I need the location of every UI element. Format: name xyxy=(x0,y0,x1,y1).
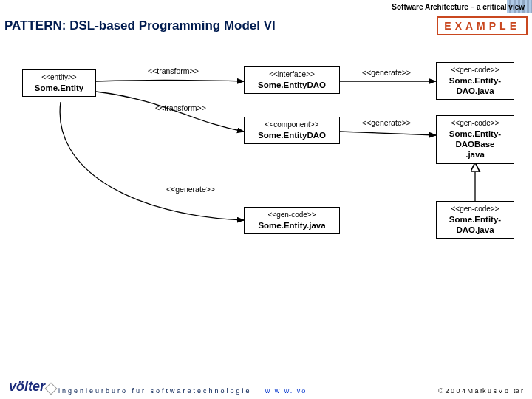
footer-url: w w w. vo xyxy=(265,387,307,395)
node-entity-java: <<gen-code>> Some.Entity.java xyxy=(244,207,340,234)
title-row: PATTERN: DSL-based Programming Model VI … xyxy=(4,16,528,35)
edge-label-transform-2: <<transform>> xyxy=(155,103,206,112)
footer-tagline: ingenieurbüro für softwaretechnologie xyxy=(58,387,252,395)
logo: völter xyxy=(9,379,45,395)
node-label: Some.EntityDAO xyxy=(249,80,335,90)
node-entity-dao-java-2: <<gen-code>> Some.Entity- DAO.java xyxy=(436,201,514,239)
node-label: Some.Entity- DAO.java xyxy=(441,75,509,97)
footer-copyright: © 2 0 0 4 M a rk u s V ö l te r xyxy=(438,387,523,395)
node-label: Some.Entity- DAO.java xyxy=(441,214,509,236)
node-entity-dao-java: <<gen-code>> Some.Entity- DAO.java xyxy=(436,62,514,100)
node-interface-dao: <<interface>> Some.EntityDAO xyxy=(244,66,340,94)
breadcrumb: Software Architecture – a critical view xyxy=(392,3,525,11)
node-stereo: <<entity>> xyxy=(27,73,91,83)
edge-label-generate-2: <<generate>> xyxy=(362,118,411,127)
node-component-dao: <<component>> Some.EntityDAO xyxy=(244,117,340,144)
node-stereo: <<gen-code>> xyxy=(441,66,509,75)
node-stereo: <<component>> xyxy=(249,120,335,130)
footer: völter ingenieurbüro für softwaretechnol… xyxy=(9,379,523,395)
node-stereo: <<gen-code>> xyxy=(441,205,509,214)
footer-left: völter ingenieurbüro für softwaretechnol… xyxy=(9,379,307,395)
diagram: <<entity>> Some.Entity <<interface>> Som… xyxy=(0,44,532,355)
example-badge: EXAMPLE xyxy=(437,16,528,35)
edge-label-generate-1: <<generate>> xyxy=(362,68,411,77)
node-stereo: <<gen-code>> xyxy=(249,211,335,220)
node-stereo: <<gen-code>> xyxy=(441,119,509,129)
node-label: Some.Entity- DAOBase .java xyxy=(441,129,509,160)
node-label: Some.EntityDAO xyxy=(249,130,335,140)
node-label: Some.Entity xyxy=(27,83,91,93)
node-label: Some.Entity.java xyxy=(249,220,335,231)
node-entity-dao-base: <<gen-code>> Some.Entity- DAOBase .java xyxy=(436,115,514,164)
edge-label-transform-1: <<transform>> xyxy=(148,66,199,75)
page-title: PATTERN: DSL-based Programming Model VI xyxy=(4,18,276,33)
node-stereo: <<interface>> xyxy=(249,70,335,80)
edge-label-generate-3: <<generate>> xyxy=(166,185,215,194)
node-entity: <<entity>> Some.Entity xyxy=(22,69,96,97)
